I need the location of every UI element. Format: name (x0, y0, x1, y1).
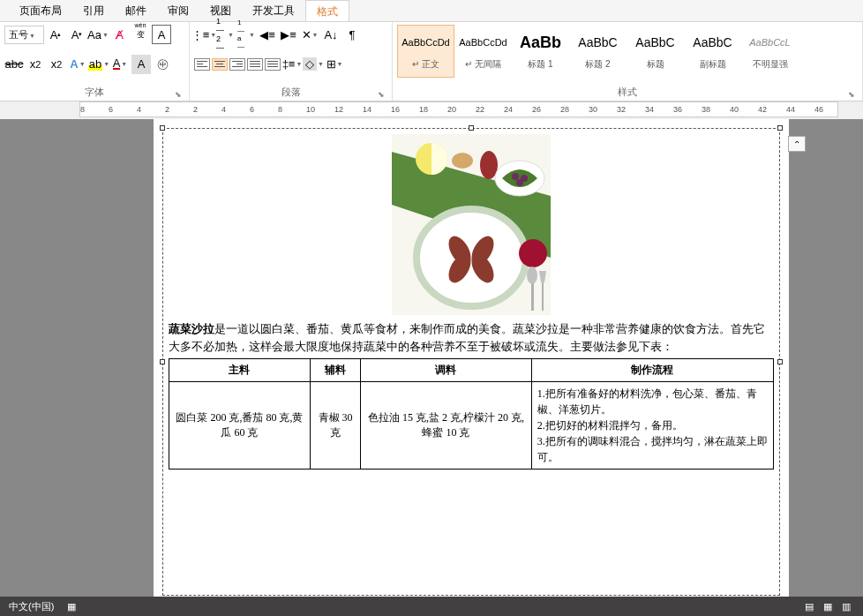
svg-point-7 (516, 179, 523, 186)
borders-button[interactable]: ⊞▼ (325, 55, 344, 74)
text-effects-button[interactable]: A▼ (68, 55, 87, 74)
table-data-row: 圆白菜 200 克,番茄 80 克,黄瓜 60 克 青椒 30 克 色拉油 15… (169, 382, 774, 470)
resize-handle-w[interactable] (160, 359, 165, 364)
align-center-button[interactable] (212, 58, 228, 71)
svg-point-8 (416, 209, 526, 306)
tab-页面布局[interactable]: 页面布局 (9, 0, 72, 21)
style-↵ 无间隔[interactable]: AaBbCcDd↵ 无间隔 (454, 25, 512, 78)
style-↵ 正文[interactable]: AaBbCcDd↵ 正文 (397, 25, 454, 78)
asian-layout-button[interactable]: ✕▼ (300, 25, 319, 44)
char-shading-button[interactable]: A (131, 55, 151, 74)
th-制作流程[interactable]: 制作流程 (531, 359, 773, 382)
shading-button[interactable]: ◇▼ (304, 55, 323, 74)
enclose-char-button[interactable]: ㊥ (153, 55, 172, 74)
subscript-button[interactable]: x2 (26, 55, 45, 74)
tab-格式[interactable]: 格式 (305, 0, 349, 21)
shrink-font-button[interactable]: A▾ (67, 25, 86, 44)
cell-aux[interactable]: 青椒 30 克 (310, 382, 360, 470)
tab-审阅[interactable]: 审阅 (157, 0, 199, 21)
status-right: ▤ ▦ ▥ (801, 601, 854, 612)
recipe-table[interactable]: 主料辅料调料制作流程 圆白菜 200 克,番茄 80 克,黄瓜 60 克 青椒 … (169, 358, 774, 470)
resize-handle-nw[interactable] (160, 125, 165, 131)
cell-main[interactable]: 圆白菜 200 克,番茄 80 克,黄瓜 60 克 (169, 382, 311, 470)
change-case-button[interactable]: Aa▼ (88, 25, 108, 44)
view-print-button[interactable]: ▦ (823, 601, 832, 612)
ribbon: 五号▼ A▴ A▾ Aa▼ A̸ 变wén A abc x2 x2 A▼ ab▼… (0, 22, 863, 101)
indent-inc-button[interactable]: ▶≡ (279, 25, 298, 44)
styles-dialog-launcher[interactable]: ⬊ (847, 90, 856, 99)
para-dialog-launcher[interactable]: ⬊ (377, 90, 386, 99)
clear-format-button[interactable]: A̸ (109, 25, 129, 44)
cell-season[interactable]: 色拉油 15 克,盐 2 克,柠檬汁 20 克,蜂蜜 10 克 (361, 382, 532, 470)
svg-point-2 (452, 153, 473, 169)
document-area[interactable]: ⌃ (0, 119, 863, 600)
resize-handle-e[interactable] (777, 359, 783, 364)
th-辅料[interactable]: 辅料 (310, 359, 360, 382)
line-spacing-button[interactable]: ‡≡▼ (282, 55, 302, 74)
status-bar: 中文(中国) ▦ ▤ ▦ ▥ (0, 597, 863, 616)
highlight-button[interactable]: ab▼ (89, 55, 109, 74)
cell-process[interactable]: 1.把所有准备好的材料洗净，包心菜、番茄、青椒、洋葱切片。2.把切好的材料混拌匀… (531, 382, 773, 470)
sort-button[interactable]: A↓ (321, 25, 341, 44)
phonetic-button[interactable]: 变wén (131, 25, 150, 44)
show-marks-button[interactable]: ¶ (342, 25, 362, 44)
food-image[interactable] (392, 134, 551, 315)
th-调料[interactable]: 调料 (361, 359, 532, 382)
th-主料[interactable]: 主料 (169, 359, 311, 382)
style-标题 2[interactable]: AaBbC标题 2 (569, 25, 627, 78)
grow-font-button[interactable]: A▴ (46, 25, 65, 44)
table-header-row: 主料辅料调料制作流程 (169, 359, 774, 382)
multilevel-button[interactable]: 1—a—▼ (236, 25, 256, 44)
group-font: 五号▼ A▴ A▾ Aa▼ A̸ 变wén A abc x2 x2 A▼ ab▼… (0, 22, 190, 101)
ruler-area: 8642246810121416182022242628303234363840… (0, 101, 863, 119)
view-web-button[interactable]: ▥ (842, 601, 851, 612)
group-para-label: 段落⬊ (194, 84, 387, 101)
intro-paragraph: 蔬菜沙拉是一道以圆白菜、番茄、黄瓜等食材，来制作而成的美食。蔬菜沙拉是一种非常营… (169, 320, 774, 355)
group-styles: AaBbCcDd↵ 正文AaBbCcDd↵ 无间隔AaBb标题 1AaBbC标题… (393, 22, 863, 101)
styles-gallery[interactable]: AaBbCcDd↵ 正文AaBbCcDd↵ 无间隔AaBb标题 1AaBbC标题… (397, 25, 858, 78)
group-styles-label: 样式⬊ (397, 84, 858, 101)
layout-options-button[interactable]: ⌃ (788, 136, 806, 152)
macro-icon[interactable]: ▦ (67, 601, 76, 612)
intro-text: 是一道以圆白菜、番茄、黄瓜等食材，来制作而成的美食。蔬菜沙拉是一种非常营养健康的… (169, 322, 765, 353)
svg-point-5 (512, 173, 519, 180)
font-color-button[interactable]: A▼ (110, 55, 130, 74)
group-font-label: 字体⬊ (4, 84, 184, 101)
style-标题 1[interactable]: AaBb标题 1 (512, 25, 569, 78)
align-right-button[interactable] (229, 58, 245, 71)
horizontal-ruler[interactable]: 8642246810121416182022242628303234363840… (79, 101, 838, 117)
group-paragraph: ⋮≡▼ 1—2—▼ 1—a—▼ ◀≡ ▶≡ ✕▼ A↓ ¶ ‡≡▼ ◇▼ ⊞▼ … (190, 22, 393, 101)
svg-point-15 (527, 267, 537, 284)
style-不明显强[interactable]: AaBbCcL不明显强 (741, 25, 799, 78)
style-标题[interactable]: AaBbC标题 (627, 25, 684, 78)
view-read-button[interactable]: ▤ (805, 601, 814, 612)
status-lang[interactable]: 中文(中国) (9, 601, 54, 612)
tab-引用[interactable]: 引用 (72, 0, 115, 21)
align-distribute-button[interactable] (265, 58, 281, 71)
title-bold: 蔬菜沙拉 (169, 322, 214, 335)
style-副标题[interactable]: AaBbC副标题 (684, 25, 741, 78)
status-left: 中文(中国) ▦ (9, 600, 76, 613)
numbering-button[interactable]: 1—2—▼ (215, 25, 235, 44)
font-size-value: 五号 (9, 29, 28, 40)
align-left-button[interactable] (194, 58, 210, 71)
align-justify-button[interactable] (247, 58, 263, 71)
ribbon-tabs: 页面布局引用邮件审阅视图开发工具格式 (0, 0, 863, 22)
font-size-select[interactable]: 五号▼ (4, 26, 44, 44)
superscript-button[interactable]: x2 (47, 55, 66, 74)
indent-dec-button[interactable]: ◀≡ (258, 25, 277, 44)
resize-handle-n[interactable] (469, 125, 474, 131)
tab-邮件[interactable]: 邮件 (115, 0, 157, 21)
bullets-button[interactable]: ⋮≡▼ (194, 25, 214, 44)
tab-开发工具[interactable]: 开发工具 (242, 0, 305, 21)
resize-handle-ne[interactable] (777, 125, 783, 131)
font-dialog-launcher[interactable]: ⬊ (174, 90, 183, 99)
page: ⌃ (154, 119, 789, 600)
strike-button[interactable]: abc (4, 55, 24, 74)
svg-point-13 (519, 239, 547, 267)
char-border-button[interactable]: A (152, 25, 171, 44)
text-frame-selection[interactable]: ⌃ (162, 128, 780, 596)
